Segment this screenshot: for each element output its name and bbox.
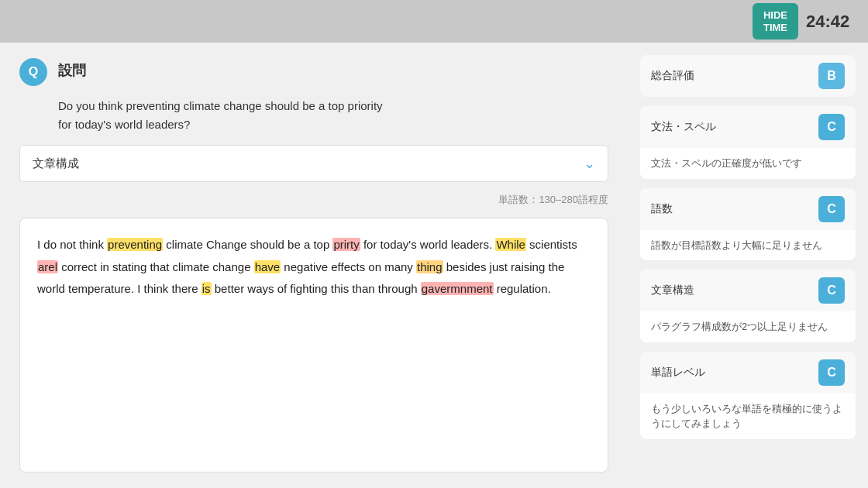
grammar-grade-badge: C: [818, 114, 845, 140]
word-count-label: 単語数：130–280語程度: [19, 193, 608, 207]
wordcount-grade-badge: C: [818, 196, 845, 222]
vocab-body: もう少しいろいろな単語を積極的に使うようにしてみましょう: [640, 393, 856, 439]
right-panel: 総合評価 B 文法・スペル C 文法・スペルの正確度が低いです 語数 C 語数が…: [628, 43, 868, 488]
score-card-overall: 総合評価 B: [640, 55, 856, 97]
score-card-wordcount: 語数 C 語数が目標語数より大幅に足りません: [640, 188, 856, 261]
overall-grade-badge: B: [818, 63, 845, 89]
structure-body: パラグラフ構成数が2つ以上足りません: [640, 311, 856, 342]
dropdown-label: 文章構成: [33, 156, 79, 171]
q-badge: Q: [19, 58, 47, 86]
essay-text: I do not think preventing climate Change…: [37, 234, 591, 301]
question-line1: Do you think preventing climate change s…: [58, 99, 383, 112]
highlight-thing: thing: [416, 260, 443, 273]
timer-display: 24:42: [806, 12, 852, 32]
score-card-overall-header: 総合評価 B: [640, 55, 856, 97]
question-text: Do you think preventing climate change s…: [58, 97, 608, 134]
score-card-vocab: 単語レベル C もう少しいろいろな単語を積極的に使うようにしてみましょう: [640, 352, 856, 439]
top-bar: HIDETIME 24:42: [0, 0, 868, 43]
highlight-preventing: preventing: [107, 238, 163, 251]
chevron-down-icon: ⌄: [584, 155, 595, 172]
wordcount-body: 語数が目標語数より大幅に足りません: [640, 230, 856, 261]
section-label: 設問: [58, 58, 86, 80]
score-card-structure: 文章構造 C パラグラフ構成数が2つ以上足りません: [640, 270, 856, 342]
vocab-grade-badge: C: [818, 359, 845, 386]
score-card-wordcount-header: 語数 C: [640, 188, 856, 230]
highlight-while: While: [495, 238, 526, 251]
overall-title: 総合評価: [651, 69, 694, 83]
highlight-gavermnment: gavermnment: [421, 282, 494, 295]
score-card-grammar-header: 文法・スペル C: [640, 106, 856, 148]
highlight-prirty: prirty: [332, 238, 360, 251]
hide-time-button[interactable]: HIDETIME: [753, 3, 798, 40]
score-card-vocab-header: 単語レベル C: [640, 352, 856, 393]
structure-grade-badge: C: [818, 277, 845, 304]
question-line2: for today's world leaders?: [58, 118, 190, 131]
essay-box: I do not think preventing climate Change…: [19, 218, 608, 473]
grammar-body: 文法・スペルの正確度が低いです: [640, 148, 856, 179]
score-card-structure-header: 文章構造 C: [640, 270, 856, 311]
vocab-title: 単語レベル: [651, 366, 705, 380]
main-content: Q 設問 Do you think preventing climate cha…: [0, 43, 868, 488]
wordcount-title: 語数: [651, 202, 673, 216]
structure-title: 文章構造: [651, 284, 694, 297]
highlight-have: have: [254, 260, 281, 273]
grammar-title: 文法・スペル: [651, 120, 716, 134]
question-header: Q 設問: [19, 58, 608, 86]
bunkoseisei-dropdown[interactable]: 文章構成 ⌄: [19, 145, 608, 182]
highlight-arel: arel: [37, 260, 58, 273]
left-panel: Q 設問 Do you think preventing climate cha…: [0, 43, 628, 488]
score-card-grammar: 文法・スペル C 文法・スペルの正確度が低いです: [640, 106, 856, 179]
highlight-is: is: [202, 282, 212, 295]
